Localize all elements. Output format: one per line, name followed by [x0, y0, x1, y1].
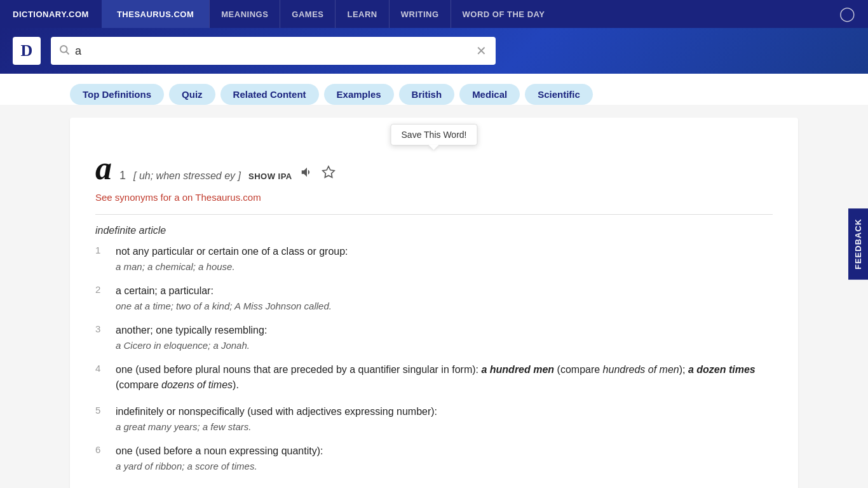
def-content-4: one (used before plural nouns that are p… [116, 362, 773, 393]
def-text-3: another; one typically resembling: [116, 323, 773, 338]
synonyms-link[interactable]: See synonyms for a on Thesaurus.com [95, 192, 773, 203]
word-superscript: 1 [119, 169, 126, 182]
def-text-6: one (used before a noun expressing quant… [116, 444, 773, 459]
definition-item-4: 4 one (used before plural nouns that are… [95, 362, 773, 393]
site-logo[interactable]: D [13, 37, 41, 65]
save-word-tooltip-text[interactable]: Save This Word! [391, 124, 478, 146]
def-content-2: a certain; a particular: one at a time; … [116, 283, 773, 311]
tab-top-definitions[interactable]: Top Definitions [70, 84, 164, 105]
def-content-5: indefinitely or nonspecifically (used wi… [116, 404, 773, 432]
main-content: Save This Word! a 1 [ uh; when stressed … [0, 105, 868, 488]
def-content-3: another; one typically resembling: a Cic… [116, 323, 773, 351]
audio-icon[interactable] [300, 165, 314, 183]
tab-british[interactable]: British [399, 84, 455, 105]
nav-word-of-the-day[interactable]: WORD OF THE DAY [451, 0, 557, 28]
feedback-button[interactable]: FEEDBACK [848, 208, 868, 280]
tab-medical[interactable]: Medical [459, 84, 520, 105]
definition-item-6: 6 one (used before a noun expressing qua… [95, 444, 773, 471]
def-number-4: 4 [95, 363, 108, 393]
definition-item-1: 1 not any particular or certain one of a… [95, 244, 773, 272]
def-text-2: a certain; a particular: [116, 283, 773, 299]
tab-scientific[interactable]: Scientific [525, 84, 593, 105]
def-example-1: a man; a chemical; a house. [116, 261, 773, 272]
search-input-container: ✕ [51, 37, 496, 65]
save-word-tooltip: Save This Word! [391, 124, 478, 146]
def-text-1: not any particular or certain one of a c… [116, 244, 773, 259]
show-ipa-button[interactable]: SHOW IPA [248, 172, 292, 181]
synonyms-anchor[interactable]: See synonyms for a on Thesaurus.com [95, 192, 261, 203]
search-icon [58, 44, 70, 58]
def-number-3: 3 [95, 323, 108, 351]
definition-item-3: 3 another; one typically resembling: a C… [95, 323, 773, 351]
def-text-4: one (used before plural nouns that are p… [116, 362, 773, 393]
def-text-5: indefinitely or nonspecifically (used wi… [116, 404, 773, 419]
tab-examples[interactable]: Examples [324, 84, 394, 105]
nav-writing[interactable]: WRITING [389, 0, 451, 28]
search-input[interactable] [75, 44, 475, 58]
definition-card: Save This Word! a 1 [ uh; when stressed … [70, 118, 798, 488]
def-example-3: a Cicero in eloquence; a Jonah. [116, 340, 773, 351]
top-navigation: DICTIONARY.COM THESAURUS.COM MEANINGS GA… [0, 0, 868, 28]
def-number-1: 1 [95, 245, 108, 272]
nav-learn[interactable]: LEARN [335, 0, 388, 28]
svg-marker-2 [323, 166, 334, 177]
definitions-list: 1 not any particular or certain one of a… [95, 244, 773, 471]
thesaurus-brand[interactable]: THESAURUS.COM [102, 0, 209, 28]
def-number-5: 5 [95, 405, 108, 432]
svg-line-1 [66, 51, 69, 54]
tab-related-content[interactable]: Related Content [220, 84, 319, 105]
definition-item-5: 5 indefinitely or nonspecifically (used … [95, 404, 773, 432]
def-example-2: one at a time; two of a kind; A Miss Joh… [116, 301, 773, 311]
search-bar: D ✕ [0, 28, 868, 74]
def-content-1: not any particular or certain one of a c… [116, 244, 773, 272]
nav-games[interactable]: GAMES [280, 0, 335, 28]
def-example-5: a great many years; a few stars. [116, 421, 773, 432]
def-number-2: 2 [95, 284, 108, 311]
def-number-6: 6 [95, 444, 108, 471]
definition-item-2: 2 a certain; a particular: one at a time… [95, 283, 773, 311]
nav-meanings[interactable]: MEANINGS [209, 0, 280, 28]
def-content-6: one (used before a noun expressing quant… [116, 444, 773, 471]
word-pronunciation: [ uh; when stressed ey ] [133, 170, 241, 182]
top-nav-links: MEANINGS GAMES LEARN WRITING WORD OF THE… [209, 0, 827, 28]
svg-point-0 [60, 46, 67, 53]
def-example-6: a yard of ribbon; a score of times. [116, 461, 773, 471]
search-clear-icon[interactable]: ✕ [475, 42, 488, 60]
definition-divider [95, 214, 773, 215]
bookmark-icon[interactable] [322, 165, 336, 183]
word-header: a 1 [ uh; when stressed ey ] SHOW IPA [95, 149, 773, 187]
tab-quiz[interactable]: Quiz [169, 84, 215, 105]
dictionary-brand[interactable]: DICTIONARY.COM [0, 0, 102, 28]
logo-letter: D [21, 41, 33, 60]
user-icon[interactable]: ◯ [827, 6, 868, 22]
tabs-bar: Top Definitions Quiz Related Content Exa… [0, 74, 868, 105]
part-of-speech: indefinite article [95, 225, 773, 236]
word-title: a [95, 149, 112, 187]
